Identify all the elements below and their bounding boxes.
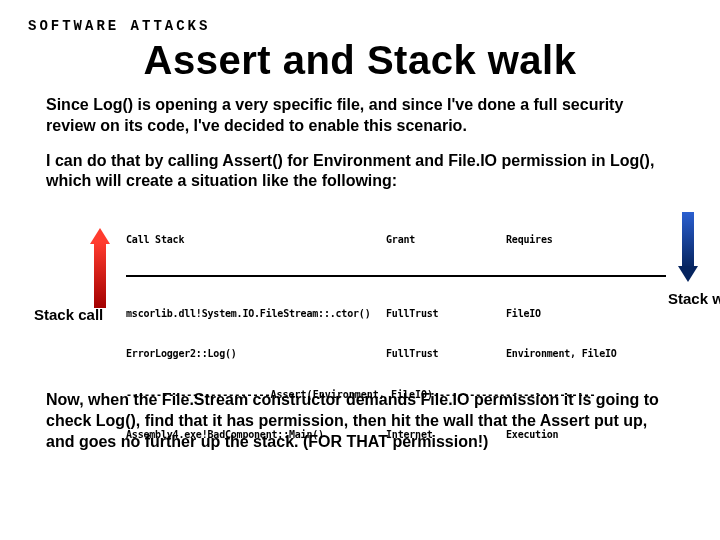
cell-req: Environment, FileIO — [506, 347, 666, 361]
header-requires: Requires — [506, 233, 666, 247]
slide: SOFTWARE ATTACKS Assert and Stack walk S… — [0, 0, 720, 540]
stack-walk-label: Stack walk — [668, 290, 720, 307]
cell-req: FileIO — [506, 307, 666, 321]
table-rule — [126, 275, 666, 277]
cell-grant: Internet — [386, 428, 506, 442]
cell-call: ErrorLogger2::Log() — [126, 347, 386, 361]
table-header-row: Call StackGrantRequires — [126, 233, 666, 247]
cell-grant: FullTrust — [386, 347, 506, 361]
stack-call-label: Stack call — [34, 306, 103, 323]
cell-call: mscorlib.dll!System.IO.FileStream::.ctor… — [126, 307, 386, 321]
assert-separator: ------------------------Assert(Environme… — [126, 388, 666, 402]
header-call-stack: Call Stack — [126, 233, 386, 247]
stack-walk-arrow-icon — [678, 212, 698, 282]
table-row: Assembly4.exe!BadComponent::Main()Intern… — [126, 428, 666, 442]
paragraph-intro-2: I can do that by calling Assert() for En… — [46, 151, 674, 193]
table-row: mscorlib.dll!System.IO.FileStream::.ctor… — [126, 307, 666, 321]
stack-call-arrow-icon — [90, 228, 110, 308]
call-stack-table: Call StackGrantRequires mscorlib.dll!Sys… — [126, 206, 666, 469]
table-row: ErrorLogger2::Log()FullTrustEnvironment,… — [126, 347, 666, 361]
header-grant: Grant — [386, 233, 506, 247]
cell-req: Execution — [506, 428, 666, 442]
cell-call: Assembly4.exe!BadComponent::Main() — [126, 428, 386, 442]
breadcrumb: SOFTWARE ATTACKS — [28, 18, 692, 34]
page-title: Assert and Stack walk — [28, 38, 692, 83]
paragraph-intro-1: Since Log() is opening a very specific f… — [46, 95, 674, 137]
stack-diagram: Stack call Stack walk Call StackGrantReq… — [28, 206, 692, 356]
cell-grant: FullTrust — [386, 307, 506, 321]
